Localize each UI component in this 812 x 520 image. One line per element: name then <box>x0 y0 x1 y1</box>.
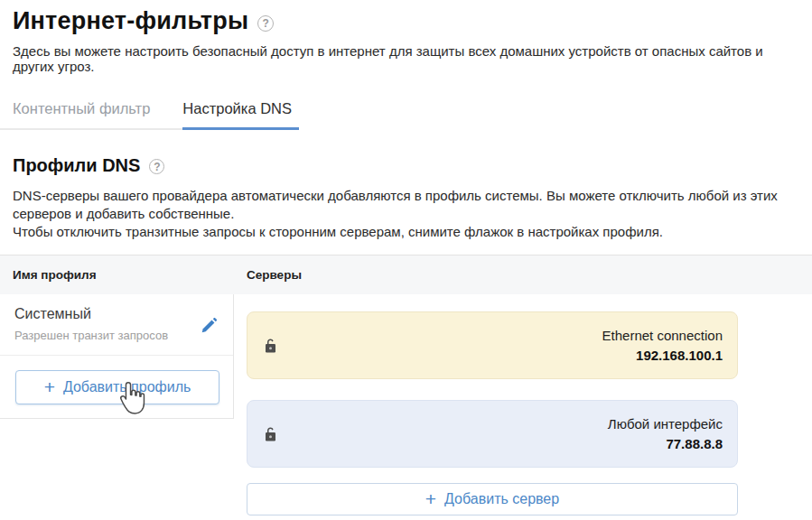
page-title: Интернет-фильтры <box>13 7 248 35</box>
section-title: Профили DNS <box>13 155 140 176</box>
lock-open-icon <box>264 426 277 442</box>
tab-bar: Контентный фильтр Настройка DNS <box>0 93 299 130</box>
column-header-profile-name: Имя профиля <box>0 268 233 282</box>
server-info: Ethernet connection 192.168.100.1 <box>602 328 723 363</box>
plus-icon: + <box>44 377 55 396</box>
server-card-any-interface[interactable]: Любой интерфейс 77.88.8.8 <box>247 400 738 468</box>
server-address: 77.88.8.8 <box>608 436 723 451</box>
profile-name: Системный <box>14 306 193 322</box>
help-icon[interactable]: ? <box>257 15 274 32</box>
server-card-ethernet[interactable]: Ethernet connection 192.168.100.1 <box>247 311 738 379</box>
add-server-button[interactable]: + Добавить сервер <box>247 483 738 515</box>
dns-profiles-header: Профили DNS ? <box>13 155 812 176</box>
tab-content-filter[interactable]: Контентный фильтр <box>13 93 168 130</box>
internet-filters-page: Интернет-фильтры ? Здесь вы можете настр… <box>0 0 812 520</box>
help-icon[interactable]: ? <box>149 159 164 174</box>
table-body: Системный Разрешен транзит запросов + До… <box>0 294 812 515</box>
page-header: Интернет-фильтры ? <box>0 0 812 35</box>
page-subtitle: Здесь вы можете настроить безопасный дос… <box>13 43 799 74</box>
profile-row-system[interactable]: Системный Разрешен транзит запросов <box>0 294 233 356</box>
lock-open-icon <box>264 338 277 354</box>
profiles-column: Системный Разрешен транзит запросов + До… <box>0 294 234 419</box>
servers-column: Ethernet connection 192.168.100.1 Любой … <box>234 294 812 515</box>
server-interface: Ethernet connection <box>602 328 723 343</box>
pencil-icon <box>199 316 219 336</box>
tab-dns-settings[interactable]: Настройка DNS <box>182 93 299 130</box>
description-line: Чтобы отключить транзитные запросы к сто… <box>13 223 799 241</box>
section-description: DNS-серверы вашего провайдера автоматиче… <box>13 187 799 241</box>
plus-icon: + <box>425 489 436 508</box>
add-server-label: Добавить сервер <box>444 491 559 507</box>
profile-status: Разрешен транзит запросов <box>14 329 193 342</box>
server-address: 192.168.100.1 <box>602 348 723 363</box>
column-header-servers: Серверы <box>233 268 302 282</box>
edit-profile-button[interactable] <box>199 316 219 336</box>
table-header-row: Имя профиля Серверы <box>0 255 812 294</box>
description-line: DNS-серверы вашего провайдера автоматиче… <box>13 187 799 223</box>
server-interface: Любой интерфейс <box>608 416 723 432</box>
add-profile-label: Добавить профиль <box>63 379 191 395</box>
server-info: Любой интерфейс 77.88.8.8 <box>608 416 723 451</box>
add-profile-button[interactable]: + Добавить профиль <box>15 370 219 404</box>
